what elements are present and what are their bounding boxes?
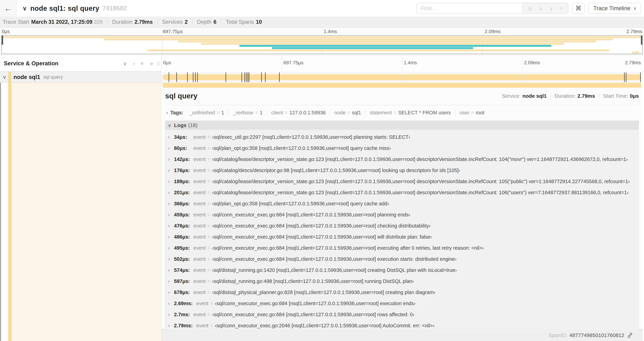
log-entry[interactable]: ›495μs:event=‹sql/conn_executor_exec.go:… [165, 242, 639, 253]
minimap-canvas[interactable] [2, 35, 642, 54]
chevron-down-icon[interactable]: ∨ [22, 5, 27, 12]
log-entry[interactable]: ›142μs:event=‹sql/catalog/lease/descript… [165, 154, 639, 165]
log-entry[interactable]: ›366μs:event=‹sql/plan_opt.go:358 [nsql1… [165, 198, 639, 209]
chevron-down-icon[interactable]: ∨ [3, 74, 8, 80]
log-entry[interactable]: ›2.7ms:event=‹sql/conn_executor_exec.go:… [165, 309, 639, 320]
log-message: ‹sql/plan_opt.go:358 [nsql1,client=127.0… [212, 201, 389, 207]
find-input[interactable] [417, 3, 522, 14]
divider [157, 19, 158, 25]
log-entry[interactable]: ›189μs:event=‹sql/catalog/lease/descript… [165, 176, 639, 187]
log-message: ‹sql/conn_executor_exec.go:684 [nsql1,cl… [215, 301, 416, 306]
expand-one-icon[interactable]: › [133, 61, 135, 66]
log-marker-tick [261, 72, 262, 82]
span-row-name-cell[interactable]: ∨ node sql1 sql query [0, 72, 161, 83]
span-row-timeline-cell[interactable] [161, 72, 642, 83]
trace-info-value: 10 [256, 19, 262, 25]
log-entry[interactable]: ›476μs:event=‹sql/conn_executor_exec.go:… [165, 220, 639, 231]
log-entry[interactable]: ›597μs:event=‹sql/distsql_running.go:498… [165, 276, 639, 287]
column-resizer-handle[interactable]: || [157, 61, 160, 66]
title-wrap: ∨ node sql1: sql query 7418682 [22, 5, 416, 12]
log-field-name: event [193, 145, 206, 151]
chevron-right-icon: › [166, 110, 168, 116]
log-entry[interactable]: ›34μs:event=‹sql/exec_util.go:2297 [nsql… [165, 132, 639, 143]
trace-info-label: Depth [197, 19, 212, 25]
log-field-name: event [196, 323, 208, 328]
tag-key: client [271, 110, 283, 116]
log-message: ‹sql/conn_executor_exec.go:684 [nsql1,cl… [212, 256, 456, 262]
log-entry[interactable]: ›459μs:event=‹sql/conn_executor_exec.go:… [165, 209, 639, 220]
ruler-gridline [282, 55, 282, 72]
log-message: ‹sql/catalog/lease/descriptor_version_st… [212, 190, 628, 195]
span-id-value: 4877749850101760812 [570, 332, 624, 338]
tag-item[interactable]: node=sql1 [330, 109, 366, 116]
tag-key: node [334, 110, 346, 116]
log-marker-tick [176, 72, 177, 82]
tags-label: Tags: [170, 110, 183, 116]
span-row[interactable]: ∨ node sql1 sql query [0, 72, 644, 83]
link-icon[interactable] [627, 332, 633, 338]
equals-sign: = [208, 289, 210, 295]
expand-all-icon[interactable]: » [150, 61, 153, 66]
log-marker-tick [246, 72, 246, 82]
minimap-left-scrubber[interactable] [2, 36, 3, 45]
trace-info-suffix: .326 [92, 19, 103, 25]
log-timestamp: 2.69ms: [174, 301, 193, 306]
logs-label: Logs [174, 122, 186, 128]
log-timestamp: 34μs: [174, 134, 190, 140]
span-meta-item: Start Time:0μs [603, 93, 639, 99]
logs-accordion-header[interactable]: ∨ Logs (18) [165, 121, 639, 130]
log-entry[interactable]: ›486μs:event=‹sql/conn_executor_exec.go:… [165, 231, 639, 242]
back-button[interactable]: ← [0, 0, 16, 17]
minimap-right-scrubber[interactable] [641, 36, 642, 45]
keyboard-shortcuts-button[interactable]: ⌘ [572, 3, 584, 14]
tag-item[interactable]: _verbose=1 [229, 109, 267, 116]
meta-value: node sql1 [522, 93, 547, 99]
clear-search-icon[interactable]: × [560, 5, 563, 11]
tag-item[interactable]: statement=SELECT * FROM users [366, 109, 455, 116]
collapse-one-icon[interactable]: ∨ [123, 61, 127, 67]
detail-highlight-backdrop [12, 83, 161, 341]
row-gridline [402, 72, 402, 83]
span-meta-item: Duration:2.79ms [555, 93, 595, 99]
next-result-icon[interactable]: ∨ [550, 5, 553, 12]
trace-info-label: Trace Start [3, 19, 29, 25]
tags-list: _unfinished=1_verbose=1client=127.0.0.1:… [185, 109, 488, 116]
log-entry[interactable]: ›502μs:event=‹sql/conn_executor_exec.go:… [165, 253, 639, 265]
log-entry[interactable]: ›201μs:event=‹sql/catalog/lease/descript… [165, 187, 639, 198]
log-marker-tick [249, 72, 249, 82]
log-message: ‹sql/distsql_physical_planner.go:828 [ns… [212, 289, 436, 295]
collapse-all-icon[interactable]: » [141, 61, 144, 66]
detail-left-pane [0, 83, 161, 341]
chevron-right-icon: › [168, 223, 174, 229]
trace-info-label: Total Spans [226, 19, 254, 25]
log-timestamp: 80μs: [174, 145, 190, 151]
tag-item[interactable]: client=127.0.0.1:59936 [267, 109, 330, 116]
log-field-name: event [193, 223, 206, 229]
log-field-name: event [193, 256, 206, 262]
log-field-name: event [193, 267, 206, 273]
tags-accordion[interactable]: › Tags: _unfinished=1_verbose=1client=12… [165, 109, 639, 116]
log-field-name: event [196, 301, 208, 306]
span-meta-item: Service:node sql1 [502, 93, 546, 99]
log-entry[interactable]: ›176μs:event=‹sql/catalog/descs/descript… [165, 165, 639, 176]
chevron-right-icon: › [168, 323, 174, 328]
log-entry[interactable]: ›2.69ms:event=‹sql/conn_executor_exec.go… [165, 298, 639, 309]
log-timestamp: 574μs: [174, 267, 190, 273]
tag-item[interactable]: _unfinished=1 [185, 109, 228, 116]
minimap-span-bar [104, 39, 613, 40]
log-entry[interactable]: ›80μs:event=‹sql/plan_opt.go:358 [nsql1,… [165, 143, 639, 154]
chevron-right-icon: › [168, 212, 174, 217]
span-duration-bar-detail[interactable] [163, 83, 641, 88]
tag-item[interactable]: user=root [455, 109, 488, 116]
divider [221, 19, 221, 25]
log-timestamp: 189μs: [174, 179, 190, 184]
log-marker-tick [197, 72, 198, 82]
equals-sign: = [208, 145, 210, 151]
prev-result-icon[interactable]: ∧ [539, 5, 543, 12]
minimap-span-bar [147, 49, 610, 51]
log-entry[interactable]: ›678μs:event=‹sql/distsql_physical_plann… [165, 287, 639, 298]
log-message: ‹sql/catalog/lease/descriptor_version_st… [212, 179, 630, 184]
match-target-icon[interactable]: ◎ [528, 5, 532, 12]
log-entry[interactable]: ›574μs:event=‹sql/distsql_running.go:142… [165, 265, 639, 276]
trace-view-selector[interactable]: Trace Timeline ∨ [588, 3, 641, 14]
